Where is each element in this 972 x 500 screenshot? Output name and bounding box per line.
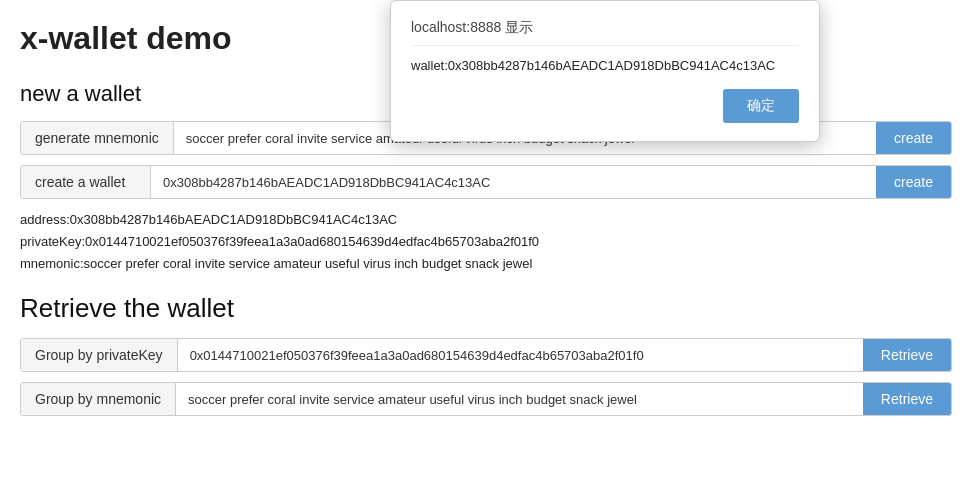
- wallet-address: address:0x308bb4287b146bAEADC1AD918DbBC9…: [20, 209, 952, 231]
- modal-ok-button[interactable]: 确定: [723, 89, 799, 123]
- retrieve-by-mnemonic-label: Group by mnemonic: [21, 383, 176, 415]
- create-btn-wallet[interactable]: create: [876, 166, 951, 198]
- retrieve-by-private-btn[interactable]: Retrieve: [863, 339, 951, 371]
- modal-box: localhost:8888 显示 wallet:0x308bb4287b146…: [390, 0, 820, 142]
- create-btn-mnemonic[interactable]: create: [876, 122, 951, 154]
- retrieve-by-private-row: Group by privateKey Retrieve: [20, 338, 952, 372]
- wallet-info: address:0x308bb4287b146bAEADC1AD918DbBC9…: [20, 209, 952, 275]
- retrieve-by-private-label: Group by privateKey: [21, 339, 178, 371]
- modal-header: localhost:8888 显示: [411, 19, 799, 46]
- wallet-private-key: privateKey:0x0144710021ef050376f39feea1a…: [20, 231, 952, 253]
- create-wallet-row: create a wallet create: [20, 165, 952, 199]
- retrieve-by-private-input[interactable]: [178, 340, 863, 371]
- retrieve-by-mnemonic-btn[interactable]: Retrieve: [863, 383, 951, 415]
- retrieve-by-mnemonic-row: Group by mnemonic Retrieve: [20, 382, 952, 416]
- wallet-mnemonic: mnemonic:soccer prefer coral invite serv…: [20, 253, 952, 275]
- generate-mnemonic-label: generate mnemonic: [21, 122, 174, 154]
- create-wallet-input[interactable]: [151, 167, 876, 198]
- create-wallet-label: create a wallet: [21, 166, 151, 198]
- modal-content: wallet:0x308bb4287b146bAEADC1AD918DbBC94…: [411, 58, 799, 73]
- modal-footer: 确定: [411, 89, 799, 123]
- retrieve-by-mnemonic-input[interactable]: [176, 384, 863, 415]
- retrieve-section-title: Retrieve the wallet: [20, 293, 952, 324]
